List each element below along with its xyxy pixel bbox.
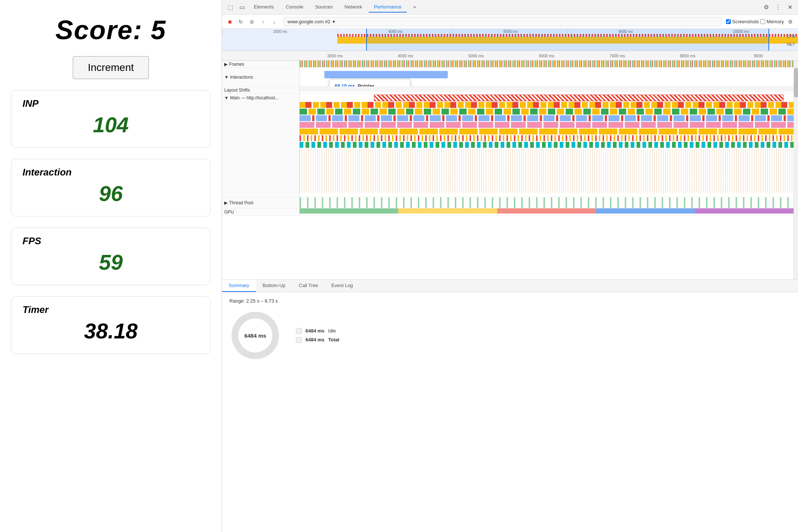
tab-performance[interactable]: Performance xyxy=(369,2,406,13)
tab-call-tree[interactable]: Call Tree xyxy=(292,280,325,292)
ruler-main-4: 6000 ms xyxy=(511,54,582,58)
timeline-main: 3000 ms 4000 ms 5000 ms 6000 ms 7000 ms … xyxy=(222,51,798,279)
track-content-main xyxy=(300,94,794,197)
expand-icon-main[interactable]: ▼ xyxy=(224,95,229,100)
long-task-bar-1 xyxy=(374,95,784,101)
legend-label-idle: Idle xyxy=(328,328,336,334)
metric-label-fps: FPS xyxy=(23,235,199,247)
metric-label-inp: INP xyxy=(23,98,199,109)
tab-sources[interactable]: Sources xyxy=(310,2,338,13)
track-content-thread-pool xyxy=(300,197,794,208)
main-ruler: 3000 ms 4000 ms 5000 ms 6000 ms 7000 ms … xyxy=(222,51,798,61)
performance-toolbar: ⏺ ↻ ⊘ ↑ ↓ www.google.com #2 ▾ Screenshot… xyxy=(222,15,798,29)
upload-button[interactable]: ↑ xyxy=(258,17,268,27)
legend-items: 6484 ms Idle 6484 ms Total xyxy=(296,328,339,343)
devtools-panel: ⬚ ▭ Elements Console Sources Network Per… xyxy=(222,0,798,532)
tracks-area: ▶ Frames ▼ Interactions xyxy=(222,61,798,279)
tab-summary[interactable]: Summary xyxy=(222,280,256,292)
legend-total: 6484 ms Total xyxy=(296,337,339,343)
track-label-layout-shifts: Layout Shifts xyxy=(222,86,300,93)
task-row-3 xyxy=(300,115,794,121)
interaction-tooltip: 68.10 ms Pointer Input delay 66ms Proces… xyxy=(329,79,410,86)
devtools-inspect-icon[interactable]: ⬚ xyxy=(225,2,235,13)
screenshots-toggle[interactable]: Screenshots xyxy=(726,19,759,24)
ruler-main-3: 5000 ms xyxy=(441,54,511,58)
track-label-text-gpu: GPU xyxy=(224,209,234,215)
tab-more[interactable]: » xyxy=(408,2,421,13)
tab-bottom-up[interactable]: Bottom-Up xyxy=(256,280,292,292)
task-row-5 xyxy=(300,129,794,134)
ruler-main-2: 4000 ms xyxy=(370,54,441,58)
track-row-main: ▼ Main — http://localhost... xyxy=(222,94,794,197)
track-content-interactions[interactable]: 68.10 ms Pointer Input delay 66ms Proces… xyxy=(300,68,794,86)
tab-event-log[interactable]: Event Log xyxy=(325,280,360,292)
metric-card-inp: INP 104 xyxy=(11,90,211,148)
legend-label-total: Total xyxy=(328,337,339,342)
metric-label-timer: Timer xyxy=(23,304,199,316)
track-row-layout-shifts: Layout Shifts xyxy=(222,86,794,94)
record-button[interactable]: ⏺ xyxy=(225,17,235,27)
close-icon[interactable]: ✕ xyxy=(785,2,795,13)
tab-elements[interactable]: Elements xyxy=(249,2,279,13)
legend-ms-total: 6484 ms xyxy=(306,337,324,342)
track-content-gpu xyxy=(300,208,794,215)
track-content-layout-shifts xyxy=(300,86,794,93)
devtools-tab-bar: ⬚ ▭ Elements Console Sources Network Per… xyxy=(222,0,798,15)
url-dropdown-icon[interactable]: ▾ xyxy=(332,19,335,24)
scrollbar-thumb[interactable] xyxy=(794,68,798,98)
increment-button[interactable]: Increment xyxy=(73,56,149,79)
devtools-device-icon[interactable]: ▭ xyxy=(237,2,247,13)
memory-checkbox[interactable] xyxy=(760,19,765,24)
capture-settings-icon[interactable]: ⚙ xyxy=(785,17,795,27)
settings-icon[interactable]: ⚙ xyxy=(761,2,771,13)
tab-network[interactable]: Network xyxy=(340,2,368,13)
expand-icon-interactions[interactable]: ▼ xyxy=(224,75,229,80)
download-button[interactable]: ↓ xyxy=(269,17,279,27)
task-row-4 xyxy=(300,122,794,128)
timeline-overview[interactable]: 2000 ms 4000 ms 6000 ms 8000 ms 10000 ms… xyxy=(222,29,798,51)
timeline-tracks[interactable]: ▶ Frames ▼ Interactions xyxy=(222,61,794,279)
net-label: NET xyxy=(787,42,795,47)
screenshots-checkbox[interactable] xyxy=(726,19,731,24)
ruler-main-7: 9000 xyxy=(723,54,794,58)
more-options-icon[interactable]: ⋮ xyxy=(773,2,783,13)
tab-console[interactable]: Console xyxy=(280,2,308,13)
gpu-bar xyxy=(300,208,794,214)
ruler-main-1: 3000 ms xyxy=(300,54,370,58)
track-label-frames[interactable]: ▶ Frames xyxy=(222,61,300,68)
track-label-main[interactable]: ▼ Main — http://localhost... xyxy=(222,94,300,197)
donut-center-label: 6484 ms xyxy=(244,332,266,338)
task-rows-area xyxy=(300,102,794,197)
task-vertical-lines xyxy=(300,149,794,193)
metric-label-interaction: Interaction xyxy=(23,167,199,178)
metric-value-inp: 104 xyxy=(23,112,199,137)
cpu-label: CPU xyxy=(787,34,795,38)
track-row-frames: ▶ Frames xyxy=(222,61,794,68)
range-text: Range: 2.25 s – 8.73 s xyxy=(229,298,791,304)
expand-icon-frames[interactable]: ▶ xyxy=(224,62,228,67)
ruler-tick-1: 2000 ms xyxy=(222,30,337,34)
metric-value-timer: 38.18 xyxy=(23,318,199,343)
tooltip-type: Pointer xyxy=(358,83,374,86)
memory-label: Memory xyxy=(767,19,784,24)
interaction-bar-1[interactable] xyxy=(324,71,448,78)
selection-range[interactable] xyxy=(366,29,769,51)
track-label-interactions[interactable]: ▼ Interactions xyxy=(222,68,300,86)
donut-chart: 6484 ms xyxy=(229,310,281,361)
track-row-thread-pool: ▶ Thread Pool xyxy=(222,197,794,208)
reload-button[interactable]: ↻ xyxy=(236,17,246,27)
memory-toggle[interactable]: Memory xyxy=(760,19,784,24)
track-label-thread-pool[interactable]: ▶ Thread Pool xyxy=(222,197,300,208)
left-panel: Score: 5 Increment INP 104 Interaction 9… xyxy=(0,0,222,532)
expand-icon-thread-pool[interactable]: ▶ xyxy=(224,200,228,205)
thread-pool-bar xyxy=(300,197,794,208)
timeline-scrollbar[interactable] xyxy=(794,61,798,279)
task-row-7 xyxy=(300,142,794,148)
track-content-frames xyxy=(300,61,794,68)
track-label-text-layout-shifts: Layout Shifts xyxy=(224,88,250,93)
screenshots-label: Screenshots xyxy=(732,19,759,24)
track-label-text-frames: Frames xyxy=(229,62,244,67)
clear-button[interactable]: ⊘ xyxy=(247,17,257,27)
task-row-2 xyxy=(300,109,794,115)
track-label-text-thread-pool: Thread Pool xyxy=(229,200,253,205)
